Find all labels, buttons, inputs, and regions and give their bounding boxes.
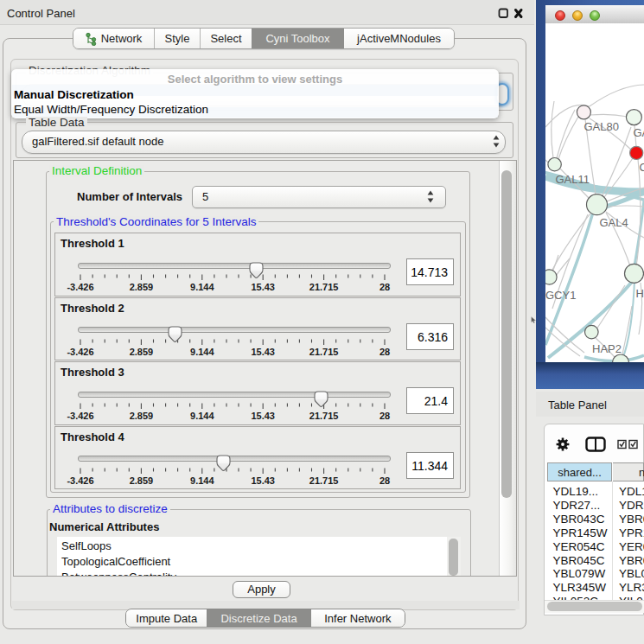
svg-text:GA: GA xyxy=(634,126,644,139)
svg-text:GAL11: GAL11 xyxy=(556,173,590,186)
svg-text:H: H xyxy=(636,287,644,300)
svg-text:GCY1: GCY1 xyxy=(545,289,576,302)
svg-text:HAP2: HAP2 xyxy=(592,342,622,355)
svg-text:GAL80: GAL80 xyxy=(584,120,619,133)
svg-text:C: C xyxy=(640,161,644,174)
svg-text:GAL4: GAL4 xyxy=(600,216,628,229)
